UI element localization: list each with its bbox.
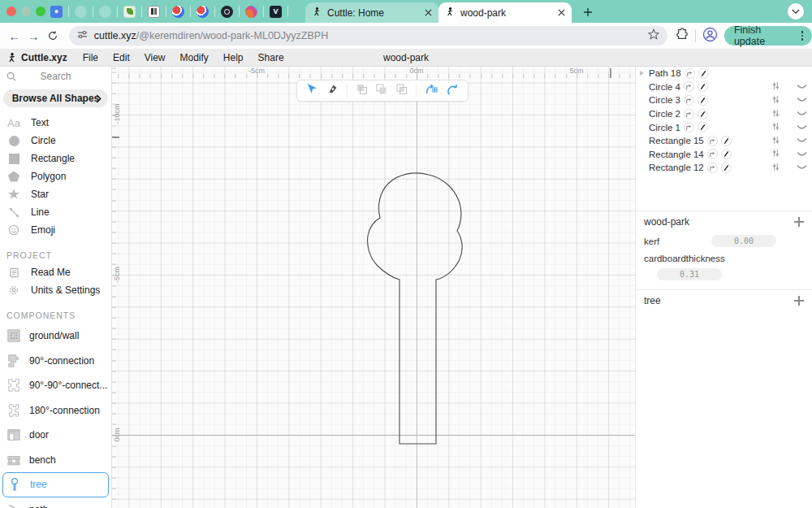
menu-view[interactable]: View [137,52,173,63]
stroke-badge-icon[interactable] [721,149,732,159]
layer-row-circle-2[interactable]: Circle 2 [636,107,812,121]
tab-search-button[interactable] [788,3,804,20]
component-item-path[interactable]: path [0,497,111,508]
extension-pinned-tab-icon[interactable] [75,6,87,18]
bookmark-star-icon[interactable] [648,28,659,43]
layer-row-rectangle-14[interactable]: Rectangle 14 [636,148,812,162]
shape-item-line[interactable]: Line [0,203,111,221]
component-item-90-connection[interactable]: 90°-connection [0,349,111,374]
reader-pinned-tab-icon[interactable] [148,6,160,18]
sidebar-item-readme[interactable]: Read Me [0,263,111,281]
stroke-badge-icon[interactable] [698,109,708,119]
modifiers-icon[interactable] [771,136,780,146]
tab-cuttle-home[interactable]: Cuttle: Home [305,2,438,23]
contacts-pinned-tab-icon[interactable]: ● [50,6,63,18]
forward-button[interactable]: → [24,26,44,46]
component-item-door[interactable]: door [0,423,111,448]
chevron-down-icon[interactable] [797,82,807,92]
shape-item-rectangle[interactable]: Rectangle [0,150,111,167]
component-item-90-90-connection[interactable]: 90°-90°-connect... [0,373,111,398]
tab-wood-park[interactable]: wood-park [438,2,572,23]
url-text[interactable]: cuttle.xyz/@keremdiren/wood-park-ML0DJyy… [94,30,641,41]
modifiers-icon[interactable] [771,109,780,119]
party-pinned-tab-icon[interactable] [245,6,257,18]
chevron-down-icon[interactable] [797,95,807,105]
extension-pinned-tab-icon[interactable] [99,6,111,18]
kerf-value-field[interactable]: 0.00 [711,235,776,247]
transform-badge-icon[interactable] [707,163,718,173]
profile-icon[interactable] [702,27,718,46]
transform-badge-icon[interactable] [684,81,694,92]
modifiers-icon[interactable] [771,95,780,106]
menu-edit[interactable]: Edit [106,52,137,63]
modifiers-icon[interactable] [771,163,780,173]
add-parameter-icon[interactable] [794,217,804,227]
menu-share[interactable]: Share [251,52,292,63]
transform-badge-icon[interactable] [684,109,694,119]
component-item-ground-wall[interactable]: ground/wall [0,323,111,349]
menu-help[interactable]: Help [216,52,251,63]
cardboardthickness-value-field[interactable]: 0.31 [657,268,722,280]
site-settings-icon[interactable] [77,28,88,43]
brand-name[interactable]: Cuttle.xyz [21,52,67,63]
shape-item-text[interactable]: AaText [0,114,111,132]
stroke-badge-icon[interactable] [698,95,708,106]
transform-badge-icon[interactable] [685,68,695,79]
chevron-down-icon[interactable] [797,123,807,132]
shape-item-star[interactable]: Star [0,185,111,203]
translate-pinned-tab-icon[interactable] [197,6,209,18]
search-input[interactable]: Search [0,68,111,85]
tab-close-icon[interactable] [558,7,565,19]
tree-shape-outline[interactable] [112,67,635,508]
window-zoom-button[interactable] [36,7,45,16]
add-parameter-icon[interactable] [794,296,804,306]
stroke-badge-icon[interactable] [721,136,732,146]
transform-badge-icon[interactable] [684,95,694,106]
layer-row-rectangle-15[interactable]: Rectangle 15 [636,134,812,148]
stroke-badge-icon[interactable] [698,81,708,92]
menu-modify[interactable]: Modify [173,52,216,63]
design-canvas[interactable]: -5cm 0cm 5cm -10cm -5cm 0cm [112,67,635,508]
stroke-badge-icon[interactable] [698,122,708,132]
browse-all-shapes-button[interactable]: Browse All Shapes [3,89,108,107]
tab-close-icon[interactable] [425,7,432,19]
select-tool-icon[interactable] [306,83,318,98]
component-item-tree[interactable]: tree [2,472,109,497]
transform-badge-icon[interactable] [707,149,718,159]
url-bar[interactable]: cuttle.xyz/@keremdiren/wood-park-ML0DJyy… [69,26,667,46]
pen-tool-icon[interactable] [326,83,339,98]
clock-pinned-tab-icon[interactable] [221,6,233,18]
menu-file[interactable]: File [76,52,106,63]
layer-row-circle-3[interactable]: Circle 3 [636,93,812,107]
component-item-bench[interactable]: bench [0,448,111,473]
chevron-down-icon[interactable] [797,163,807,172]
plant-pinned-tab-icon[interactable] [123,6,136,18]
window-minimize-button[interactable] [21,7,31,16]
transform-badge-icon[interactable] [684,122,694,132]
translate-pinned-tab-icon[interactable] [172,6,184,18]
shape-item-emoji[interactable]: Emoji [0,221,111,239]
sidebar-item-units-settings[interactable]: Units & Settings [0,281,111,299]
disclosure-triangle-icon[interactable] [640,71,644,76]
window-close-button[interactable] [6,7,16,16]
chevron-down-icon[interactable] [797,109,807,119]
layer-row-rectangle-12[interactable]: Rectangle 12 [636,161,812,175]
finish-update-button[interactable]: Finish update [724,26,812,46]
shape-item-circle[interactable]: Circle [0,132,111,150]
back-button[interactable]: ← [5,26,24,46]
layer-row-path-18[interactable]: Path 18 [636,67,812,80]
layer-row-circle-4[interactable]: Circle 4 [636,80,812,94]
modifiers-icon[interactable] [771,149,780,159]
new-tab-button[interactable] [578,2,598,22]
component-item-180-connection[interactable]: 180°-connection [0,398,111,423]
extensions-icon[interactable] [676,28,689,44]
repeat-tool-icon[interactable] [425,83,438,99]
modifiers-icon[interactable] [771,81,780,92]
cuttle-logo-icon[interactable] [6,52,18,63]
reload-button[interactable] [43,26,63,46]
shape-item-polygon[interactable]: Polygon [0,167,111,185]
stroke-badge-icon[interactable] [721,163,732,173]
layer-row-circle-1[interactable]: Circle 1 [636,120,812,134]
kebab-menu-icon[interactable] [797,31,807,41]
rotate-tool-icon[interactable] [446,83,459,99]
